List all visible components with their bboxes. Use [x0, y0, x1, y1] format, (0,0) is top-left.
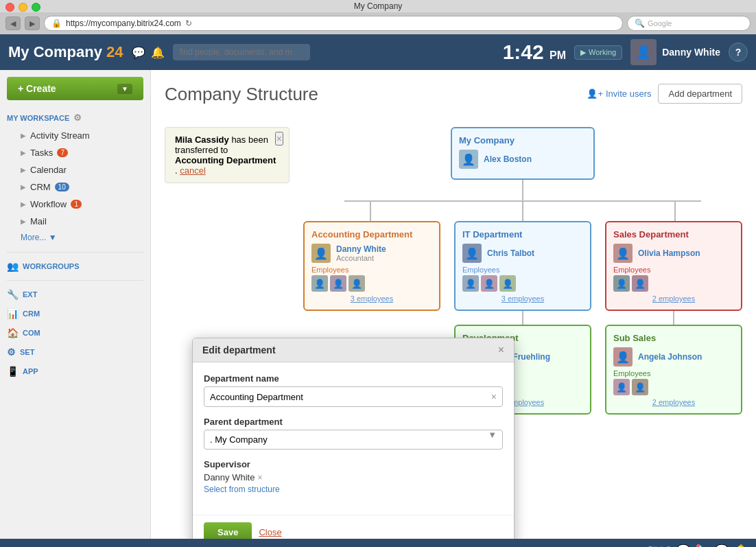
workspace-header[interactable]: MY WORKSPACE ⚙	[7, 113, 143, 123]
v-connector-it	[522, 200, 523, 221]
more-label: More...	[21, 233, 46, 242]
global-search[interactable]	[173, 44, 310, 60]
calendar-label: Calendar	[30, 165, 67, 175]
accounting-person-title: Accountant	[336, 254, 386, 262]
forward-btn[interactable]: ▶	[25, 16, 40, 30]
ext-label: EXT	[23, 290, 37, 299]
workflow-label: Workflow	[30, 199, 67, 209]
modal-close-link[interactable]: Close	[259, 527, 281, 537]
select-from-structure-link[interactable]: Select from structure	[204, 485, 503, 494]
settings-gear-icon: ⚙	[7, 347, 16, 358]
close-window-btn[interactable]	[5, 3, 14, 12]
subsales-employees-label: Employees	[613, 369, 734, 377]
sales-emp-avatar-2: 👤	[632, 275, 648, 292]
subsales-emp-avatar-1: 👤	[613, 379, 630, 395]
parent-dept-label: Parent department	[204, 417, 503, 427]
supervisor-value-display: Danny White ×	[204, 472, 503, 482]
sales-person-name[interactable]: Olivia Hampson	[638, 248, 700, 258]
set-group[interactable]: ⚙ SET	[0, 342, 150, 362]
supervisor-label: Supervisor	[204, 459, 503, 469]
user-name: Danny White	[662, 47, 720, 58]
sidebar-divider-2	[7, 280, 143, 281]
invite-users-button[interactable]: 👤+ Invite users	[587, 89, 651, 99]
accounting-person-name[interactable]: Danny White	[336, 244, 386, 254]
top-person-name[interactable]: Alex Boston	[484, 154, 532, 164]
it-employees-link[interactable]: 3 employees	[462, 294, 583, 303]
sidebar-item-activity-stream[interactable]: ▶ Activity Stream	[7, 127, 143, 144]
edit-bottom-icon[interactable]: ✏️	[696, 544, 709, 548]
arrow-icon: ▶	[21, 132, 26, 139]
time: 1:42	[503, 40, 544, 63]
top-dept-card: My Company 👤 Alex Boston	[451, 127, 595, 180]
notification-cancel-link[interactable]: cancel	[180, 165, 206, 176]
create-dropdown-arrow[interactable]: ▼	[117, 84, 132, 94]
arrow-icon: ▶	[21, 166, 26, 174]
supervisor-group: Supervisor Danny White × Select from str…	[204, 459, 503, 494]
subsales-person-name[interactable]: Angela Johnson	[638, 352, 702, 362]
sales-employees-link[interactable]: 2 employees	[613, 294, 734, 303]
accounting-employees-link[interactable]: 3 employees	[311, 294, 432, 303]
working-badge[interactable]: ▶ Working	[574, 45, 622, 60]
subsales-person: 👤 Angela Johnson	[613, 347, 734, 366]
dept-name-input-wrapper[interactable]: Accounting Department ×	[204, 386, 503, 407]
more-arrow: ▼	[49, 233, 57, 242]
sidebar-item-mail[interactable]: ▶ Mail	[7, 213, 143, 230]
dept-name-group: Department name Accounting Department ×	[204, 373, 503, 407]
top-dept-name: My Company	[459, 135, 587, 146]
crm-group2[interactable]: 📊 CRM	[0, 304, 150, 323]
sidebar-item-workflow[interactable]: ▶ Workflow 1	[7, 196, 143, 213]
app-group[interactable]: 📱 APP	[0, 362, 150, 381]
it-employee-avatars: 👤 👤 👤	[462, 275, 583, 292]
accounting-dept-name: Accounting Department	[311, 229, 432, 240]
settings-icon[interactable]: ⚙	[73, 113, 82, 123]
sidebar-item-calendar[interactable]: ▶ Calendar	[7, 161, 143, 178]
app-label: APP	[23, 367, 38, 375]
url-bar[interactable]: 🔒 https://mycompany.bitrix24.com ↻	[44, 16, 623, 31]
back-btn[interactable]: ◀	[5, 16, 21, 30]
minimize-window-btn[interactable]	[19, 3, 27, 12]
arrow-icon: ▶	[21, 149, 26, 156]
add-dept-label: Add department	[668, 89, 732, 99]
dept-name-clear-btn[interactable]: ×	[491, 391, 497, 402]
sidebar-item-tasks[interactable]: ▶ Tasks 7	[7, 144, 143, 161]
refresh-btn[interactable]: ↻	[185, 19, 192, 28]
maximize-window-btn[interactable]	[32, 3, 40, 12]
browser-search[interactable]: 🔍 Google	[627, 16, 751, 31]
help-btn[interactable]: ?	[729, 43, 748, 62]
crm-badge: 10	[55, 183, 69, 191]
modal-save-btn[interactable]: Save	[204, 522, 252, 539]
notification-icon[interactable]: 🔔	[151, 46, 165, 59]
com-group[interactable]: 🏠 COM	[0, 323, 150, 342]
v-connector-top	[522, 180, 523, 200]
dept-name-label: Department name	[204, 373, 503, 384]
workgroups-group[interactable]: 👥 WORKGROUPS	[0, 257, 150, 276]
notification-close-btn[interactable]: ×	[275, 132, 283, 146]
crm-label2: CRM	[23, 310, 40, 318]
create-button[interactable]: + Create ▼	[7, 77, 143, 100]
sidebar-more[interactable]: More... ▼	[7, 230, 143, 245]
chat-icon[interactable]: 💬	[132, 46, 145, 59]
add-department-button[interactable]: Add department	[658, 84, 742, 104]
invite-label: Invite users	[606, 89, 651, 99]
subsales-emp-avatar-2: 👤	[632, 379, 648, 395]
supervisor-remove-btn[interactable]: ×	[257, 473, 262, 482]
v-connector-dev	[522, 311, 523, 325]
ext-group[interactable]: 🔧 EXT	[0, 285, 150, 304]
subsales-employees-link[interactable]: 2 employees	[613, 398, 734, 406]
ext-icon: 🔧	[7, 289, 19, 300]
it-person-name[interactable]: Chris Talbot	[487, 248, 534, 258]
workgroups-icon: 👥	[7, 261, 19, 272]
modal-close-btn[interactable]: ×	[498, 344, 504, 356]
page-title: Company Structure	[165, 84, 318, 105]
dept-name-value: Accounting Department	[210, 392, 303, 402]
workspace-label: MY WORKSPACE	[7, 114, 69, 122]
bell-bottom-icon[interactable]: 🔔	[734, 544, 748, 548]
app-header: My Company 24 💬 🔔 1:42 PM ▶ Working 👤 Da…	[0, 34, 756, 70]
chat-bottom-icon[interactable]: 💬	[676, 544, 690, 548]
modal-body: Department name Accounting Department × …	[193, 362, 514, 515]
comments-bottom-icon[interactable]: 💬	[715, 544, 729, 548]
user-avatar[interactable]: 👤	[630, 39, 657, 65]
sidebar-item-crm[interactable]: ▶ CRM 10	[7, 178, 143, 196]
parent-dept-select[interactable]: . My Company ▼	[204, 430, 503, 450]
header-icons: 💬 🔔	[132, 46, 165, 59]
